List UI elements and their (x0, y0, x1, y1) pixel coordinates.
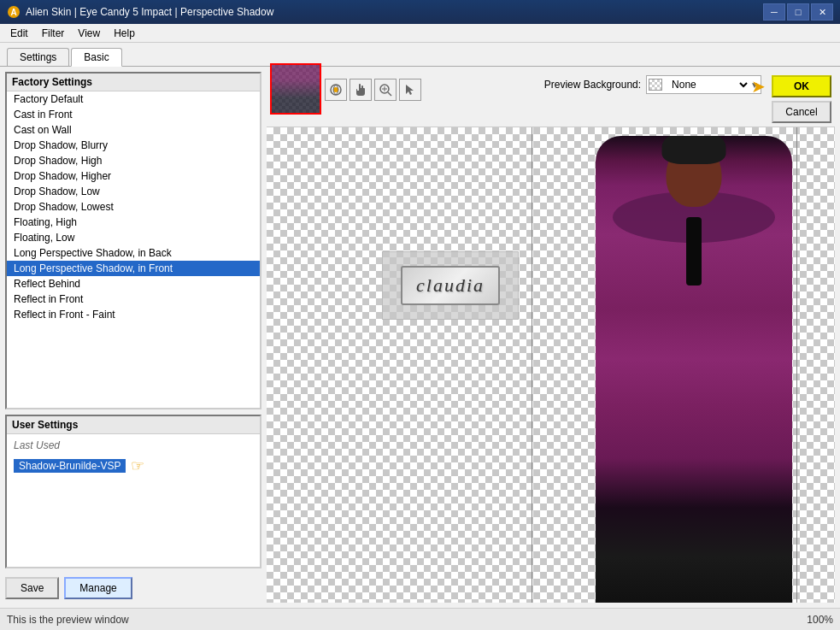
tab-settings[interactable]: Settings (7, 48, 69, 66)
factory-setting-item-6[interactable]: Drop Shadow, Low (7, 184, 260, 199)
hand-icon (354, 83, 367, 97)
user-settings-body: Last Used Shadow-Brunilde-VSP ☞ (7, 434, 260, 567)
bottom-buttons: Save Manage (5, 574, 261, 603)
person-body (596, 136, 792, 603)
watermark-text: claudia (401, 266, 500, 305)
minimize-button[interactable]: ─ (763, 3, 785, 21)
svg-line-5 (388, 92, 391, 96)
cursor-tool-button[interactable] (399, 79, 421, 101)
tab-basic[interactable]: Basic (71, 48, 121, 67)
person-hair (662, 136, 726, 164)
tab-bar: Settings Basic (0, 43, 840, 67)
ok-cancel-buttons: ➤ OK Cancel (772, 75, 831, 123)
factory-setting-item-7[interactable]: Drop Shadow, Lowest (7, 199, 260, 215)
eye-tool-button[interactable] (325, 79, 347, 101)
factory-settings-header: Factory Settings (7, 74, 260, 91)
app-icon: A (7, 5, 21, 19)
factory-setting-item-3[interactable]: Drop Shadow, Blurry (7, 138, 260, 153)
menu-filter[interactable]: Filter (35, 26, 72, 41)
hand-tool-button[interactable] (350, 79, 372, 101)
factory-settings-list[interactable]: Factory DefaultCast in FrontCast on Wall… (7, 91, 260, 408)
title-bar: A Alien Skin | Eye Candy 5 Impact | Pers… (0, 0, 840, 24)
left-panel: Factory Settings Factory DefaultCast in … (5, 72, 261, 603)
factory-setting-item-11[interactable]: Long Perspective Shadow, in Front (7, 261, 260, 276)
ok-button[interactable]: OK (772, 75, 831, 97)
last-used-label: Last Used (10, 438, 256, 453)
zoom-level: 100% (807, 614, 833, 626)
factory-setting-item-12[interactable]: Reflect Behind (7, 276, 260, 291)
ok-arrow-icon: ➤ (751, 76, 766, 97)
top-toolbar: Preview Background: None White Black Gra… (267, 72, 835, 127)
factory-setting-item-10[interactable]: Long Perspective Shadow, in Back (7, 245, 260, 261)
factory-setting-item-8[interactable]: Floating, High (7, 215, 260, 230)
preview-bg-label: Preview Background: (544, 79, 641, 91)
close-button[interactable]: ✕ (811, 3, 833, 21)
preview-bg-select[interactable]: None White Black Gray (665, 75, 750, 94)
person-head (667, 143, 722, 207)
menu-help[interactable]: Help (107, 26, 142, 41)
eye-icon (329, 83, 343, 97)
main-content: Factory Settings Factory DefaultCast in … (0, 67, 840, 608)
maximize-button[interactable]: □ (787, 3, 809, 21)
right-panel: Preview Background: None White Black Gra… (267, 72, 835, 603)
manage-button[interactable]: Manage (64, 577, 132, 599)
thumbnail (270, 63, 321, 115)
save-button[interactable]: Save (5, 577, 59, 599)
zoom-icon (379, 83, 392, 97)
svg-text:A: A (10, 8, 16, 17)
user-settings-header: User Settings (7, 416, 260, 434)
factory-settings-container: Factory Settings Factory DefaultCast in … (5, 72, 261, 409)
zoom-tool-button[interactable] (374, 79, 397, 101)
pointing-arrow-icon: ☞ (131, 456, 144, 475)
menu-edit[interactable]: Edit (3, 26, 35, 41)
status-bar: This is the preview window 100% (0, 608, 840, 630)
factory-setting-item-13[interactable]: Reflect in Front (7, 291, 260, 307)
factory-setting-item-14[interactable]: Reflect in Front - Faint (7, 307, 260, 322)
factory-setting-item-0[interactable]: Factory Default (7, 91, 260, 107)
factory-setting-item-1[interactable]: Cast in Front (7, 107, 260, 122)
bg-checker-icon (649, 79, 662, 91)
menu-bar: Edit Filter View Help (0, 24, 840, 43)
factory-setting-item-5[interactable]: Drop Shadow, Higher (7, 168, 260, 184)
menu-view[interactable]: View (71, 26, 107, 41)
preview-person (596, 136, 792, 603)
factory-setting-item-2[interactable]: Cast on Wall (7, 122, 260, 138)
preview-area: claudia (267, 127, 835, 603)
status-message: This is the preview window (7, 614, 129, 626)
vertical-divider-2 (796, 127, 797, 603)
factory-setting-item-4[interactable]: Drop Shadow, High (7, 153, 260, 168)
person-tie (686, 217, 702, 286)
preview-watermark: claudia (382, 251, 519, 320)
title-text: Alien Skin | Eye Candy 5 Impact | Perspe… (26, 6, 273, 18)
tool-buttons (325, 79, 421, 101)
factory-setting-item-9[interactable]: Floating, Low (7, 230, 260, 245)
preview-bg-section: Preview Background: None White Black Gra… (544, 75, 761, 94)
vertical-divider-1 (532, 127, 532, 603)
user-setting-item: Shadow-Brunilde-VSP ☞ (10, 455, 256, 477)
cancel-button[interactable]: Cancel (772, 101, 831, 123)
cursor-icon (403, 83, 417, 97)
user-settings-container: User Settings Last Used Shadow-Brunilde-… (5, 415, 261, 568)
thumbnail-image (272, 65, 320, 113)
user-setting-shadow-brunilde[interactable]: Shadow-Brunilde-VSP (14, 459, 126, 473)
